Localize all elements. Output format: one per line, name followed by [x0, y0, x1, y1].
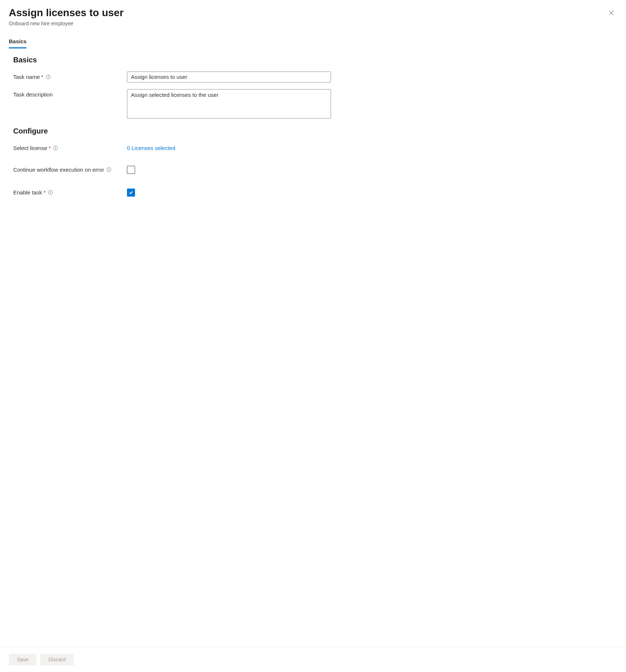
close-icon: [608, 10, 614, 17]
info-icon[interactable]: [106, 167, 112, 172]
label-select-license: Select license *: [13, 143, 127, 151]
control-select-license: 0 Licenses selected: [127, 143, 331, 151]
row-continue-on-error: Continue workflow execution on error: [13, 164, 613, 174]
row-enable-task: Enable task *: [13, 187, 613, 197]
control-task-description: Assign selected licenses to the user: [127, 89, 331, 120]
svg-point-4: [48, 76, 48, 76]
save-button[interactable]: Save: [9, 654, 37, 665]
required-indicator: *: [49, 145, 51, 151]
section-configure-heading: Configure: [13, 127, 613, 135]
row-task-description: Task description Assign selected license…: [13, 89, 613, 120]
panel-footer: Save Discard: [0, 647, 626, 672]
required-indicator: *: [43, 189, 46, 196]
label-enable-task: Enable task *: [13, 187, 127, 196]
discard-button[interactable]: Discard: [40, 654, 74, 665]
info-icon[interactable]: [53, 145, 58, 150]
label-task-name: Task name *: [13, 72, 127, 80]
row-select-license: Select license * 0 Licenses selected: [13, 143, 613, 151]
task-name-input[interactable]: [127, 72, 331, 83]
info-icon[interactable]: [46, 74, 51, 79]
section-basics-heading: Basics: [13, 56, 613, 64]
close-button[interactable]: [606, 8, 616, 18]
tab-list: Basics: [9, 38, 617, 48]
svg-point-13: [50, 191, 51, 191]
panel-subtitle: Onboard new hire employee: [9, 21, 617, 26]
panel-content: Basics Task name * Task desc: [0, 48, 626, 647]
required-indicator: *: [41, 74, 44, 80]
task-description-input[interactable]: Assign selected licenses to the user: [127, 89, 331, 118]
control-task-name: [127, 72, 331, 83]
continue-on-error-checkbox[interactable]: [127, 166, 135, 174]
label-enable-task-text: Enable task: [13, 189, 42, 196]
panel-title: Assign licenses to user: [9, 7, 617, 19]
select-license-link[interactable]: 0 Licenses selected: [127, 143, 175, 151]
label-task-description: Task description: [13, 89, 127, 98]
info-icon[interactable]: [48, 190, 53, 195]
task-panel: Assign licenses to user Onboard new hire…: [0, 0, 626, 672]
label-select-license-text: Select license: [13, 145, 47, 151]
label-task-name-text: Task name: [13, 74, 40, 80]
control-continue-on-error: [127, 164, 135, 174]
tab-basics[interactable]: Basics: [9, 38, 26, 48]
label-continue-on-error: Continue workflow execution on error: [13, 164, 127, 173]
tabs-container: Basics: [0, 29, 626, 48]
row-task-name: Task name *: [13, 72, 613, 83]
svg-point-7: [55, 147, 56, 147]
panel-header: Assign licenses to user Onboard new hire…: [0, 0, 626, 29]
svg-point-10: [109, 168, 109, 169]
enable-task-checkbox[interactable]: [127, 189, 135, 197]
label-continue-on-error-text: Continue workflow execution on error: [13, 167, 104, 173]
label-task-description-text: Task description: [13, 91, 53, 98]
control-enable-task: [127, 187, 135, 197]
